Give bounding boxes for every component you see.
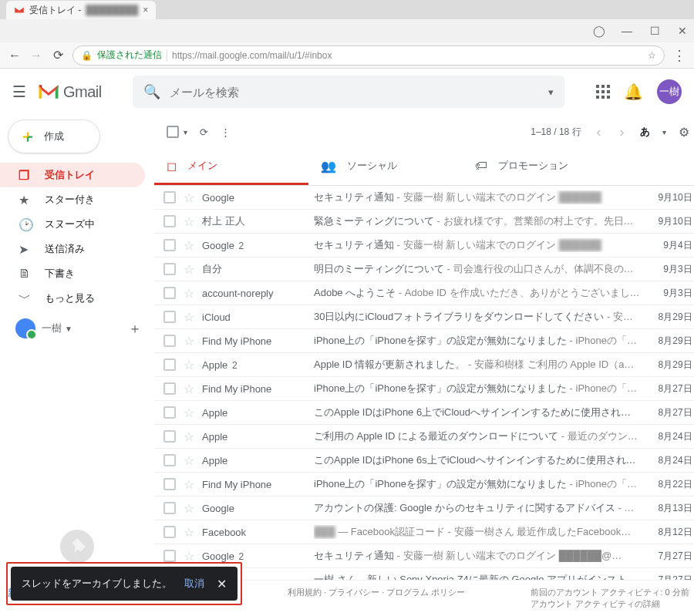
sidebar-item-star[interactable]: ★スター付き (0, 187, 145, 212)
star-icon[interactable]: ☆ (184, 501, 194, 516)
thread-row[interactable]: ☆ Google アカウントの保護: Google からのセキュリティに関するア… (154, 497, 694, 520)
thread-checkbox[interactable] (163, 287, 176, 299)
gmail-logo[interactable]: Gmail (37, 82, 102, 101)
thread-row[interactable]: ☆ Facebook ███ — Facebook認証コード - 安藤一樹さん … (154, 520, 694, 544)
thread-checkbox[interactable] (163, 454, 176, 466)
thread-row[interactable]: ☆ iCloud 30日以内にiCloudフォトライブラリをダウンロードしてくだ… (154, 305, 694, 329)
star-icon[interactable]: ☆ (184, 286, 194, 301)
sidebar-item-inbox[interactable]: ❐受信トレイ (0, 163, 145, 187)
thread-checkbox[interactable] (163, 335, 176, 347)
url-field[interactable]: 🔒 保護された通信 https://mail.google.com/mail/u… (72, 45, 665, 66)
sidebar-item-file[interactable]: 🗎下書き (0, 261, 145, 286)
star-icon[interactable]: ☆ (184, 453, 194, 468)
footer-links[interactable]: 利用規約 · プライバシー · プログラム ポリシー (288, 587, 465, 610)
inbox-icon: ❐ (19, 168, 32, 183)
star-icon[interactable]: ☆ (184, 214, 194, 229)
thread-checkbox[interactable] (163, 550, 176, 562)
thread-checkbox[interactable] (163, 311, 176, 323)
select-all-checkbox[interactable] (167, 126, 179, 138)
new-chat-icon[interactable]: ＋ (128, 319, 142, 338)
thread-checkbox[interactable] (163, 526, 176, 538)
category-tab[interactable]: 🏷プロモーション (463, 149, 617, 185)
search-options-icon[interactable]: ▾ (548, 86, 554, 98)
activity-details-link[interactable]: アカウント アクティビティの詳細 (531, 598, 689, 610)
thread-row[interactable]: ☆ 自分 明日のミーティングについて - 司会進行役の山口さんが、体調不良の… … (154, 258, 694, 281)
tab-close-icon[interactable]: × (143, 5, 148, 15)
chevron-down-icon[interactable]: ▼ (65, 325, 72, 333)
apps-icon[interactable] (596, 85, 610, 99)
thread-checkbox[interactable] (163, 239, 176, 251)
star-icon[interactable]: ☆ (184, 358, 194, 372)
star-icon[interactable]: ☆ (184, 238, 194, 253)
thread-checkbox[interactable] (163, 430, 176, 443)
star-icon[interactable]: ☆ (184, 310, 194, 325)
select-dropdown-icon[interactable]: ▾ (184, 128, 187, 136)
thread-row[interactable]: ☆ Google 2 セキュリティ通知 - 安藤一樹 新しい端末でのログイン █… (154, 234, 694, 258)
search-box[interactable]: 🔍 ▾ (133, 76, 564, 108)
next-page-icon[interactable]: › (617, 124, 628, 140)
thread-row[interactable]: ☆ Apple このApple IDはiPhone 6上でiCloudへサインイ… (154, 401, 694, 425)
gmail-header: ☰ Gmail 🔍 ▾ 🔔 一樹 (0, 69, 694, 115)
star-icon[interactable]: ☆ (184, 406, 194, 420)
star-icon[interactable]: ☆ (184, 190, 194, 205)
star-icon[interactable]: ☆ (184, 429, 194, 444)
notifications-icon[interactable]: 🔔 (624, 82, 643, 101)
undo-link[interactable]: 取消 (184, 577, 204, 591)
thread-checkbox[interactable] (163, 478, 176, 490)
hamburger-icon[interactable]: ☰ (12, 82, 26, 101)
thread-row[interactable]: ☆ 村上 正人 緊急ミーティングについて - お疲れ様です。営業部の村上です。先… (154, 210, 694, 234)
reload-icon[interactable]: ⟳ (51, 48, 65, 62)
star-icon[interactable]: ☆ (184, 525, 194, 540)
hangouts-user-row[interactable]: 一樹 ▼ ＋ (0, 318, 154, 338)
back-icon[interactable]: ← (8, 49, 22, 62)
thread-checkbox[interactable] (163, 358, 176, 371)
star-icon[interactable]: ☆ (184, 549, 194, 564)
thread-row[interactable]: ☆ account-noreply Adobe へようこそ - Adobe ID… (154, 281, 694, 305)
thread-sender: Facebook (202, 527, 306, 538)
compose-button[interactable]: ＋ 作成 (8, 119, 100, 153)
thread-row[interactable]: ☆ Google セキュリティ通知 - 安藤一樹 新しい端末でのログイン ███… (154, 186, 694, 210)
thread-checkbox[interactable] (163, 215, 176, 227)
thread-row[interactable]: ☆ Find My iPhone iPhone上の「iPhoneを探す」の設定が… (154, 329, 694, 353)
account-avatar[interactable]: 一樹 (657, 79, 682, 104)
sidebar-item-send[interactable]: ➤送信済み (0, 237, 145, 261)
star-icon[interactable]: ☆ (184, 382, 194, 396)
sidebar-item-clock[interactable]: 🕑スヌーズ中 (0, 212, 145, 237)
sidebar-item-label: スター付き (45, 193, 95, 207)
star-icon[interactable]: ☆ (184, 334, 194, 348)
thread-row[interactable]: ☆ Find My iPhone iPhone上の「iPhoneを探す」の設定が… (154, 377, 694, 401)
forward-icon[interactable]: → (29, 49, 43, 62)
thread-row[interactable]: ☆ Apple ご利用の Apple ID による最近のダウンロードについて -… (154, 425, 694, 449)
category-tab[interactable]: ◻メイン (154, 149, 308, 185)
thread-checkbox[interactable] (163, 382, 176, 395)
ime-dropdown-icon[interactable]: ▾ (662, 128, 666, 136)
thread-row[interactable]: ☆ Find My iPhone iPhone上の「iPhoneを探す」の設定が… (154, 473, 694, 497)
category-tab[interactable]: 👥ソーシャル (308, 149, 463, 185)
close-window-icon[interactable]: ✕ (675, 25, 689, 37)
bookmark-star-icon[interactable]: ☆ (648, 50, 656, 61)
thread-row[interactable]: ☆ Apple 2 Apple ID 情報が更新されました。 - 安藤和樹様 ご… (154, 353, 694, 377)
account-icon[interactable]: ◯ (592, 25, 606, 37)
thread-sender: Find My iPhone (202, 335, 306, 347)
settings-icon[interactable]: ⚙ (679, 125, 689, 140)
thread-row[interactable]: ☆ Apple このApple IDはiPhone 6s上でiCloudへサイン… (154, 449, 694, 473)
maximize-icon[interactable]: ☐ (648, 25, 662, 37)
star-icon[interactable]: ☆ (184, 477, 194, 492)
more-icon[interactable]: ⋮ (221, 126, 231, 138)
thread-checkbox[interactable] (163, 502, 176, 514)
search-icon[interactable]: 🔍 (143, 83, 160, 100)
thread-checkbox[interactable] (163, 191, 176, 204)
prev-page-icon[interactable]: ‹ (594, 124, 605, 140)
thread-checkbox[interactable] (163, 406, 176, 419)
thread-checkbox[interactable] (163, 263, 176, 275)
minimize-icon[interactable]: — (620, 25, 634, 37)
star-icon[interactable]: ☆ (184, 262, 194, 277)
browser-menu-icon[interactable]: ⋮ (672, 47, 686, 64)
thread-subject: iPhone上の「iPhoneを探す」の設定が無効になりました - iPhone… (314, 382, 640, 396)
input-method[interactable]: あ (640, 125, 650, 139)
toast-close-icon[interactable]: ✕ (217, 577, 227, 591)
search-input[interactable] (170, 86, 539, 99)
browser-tab[interactable]: 受信トレイ - ████████ × (6, 1, 156, 19)
sidebar-item-chev[interactable]: ﹀もっと見る (0, 286, 145, 311)
refresh-icon[interactable]: ⟳ (200, 126, 208, 138)
